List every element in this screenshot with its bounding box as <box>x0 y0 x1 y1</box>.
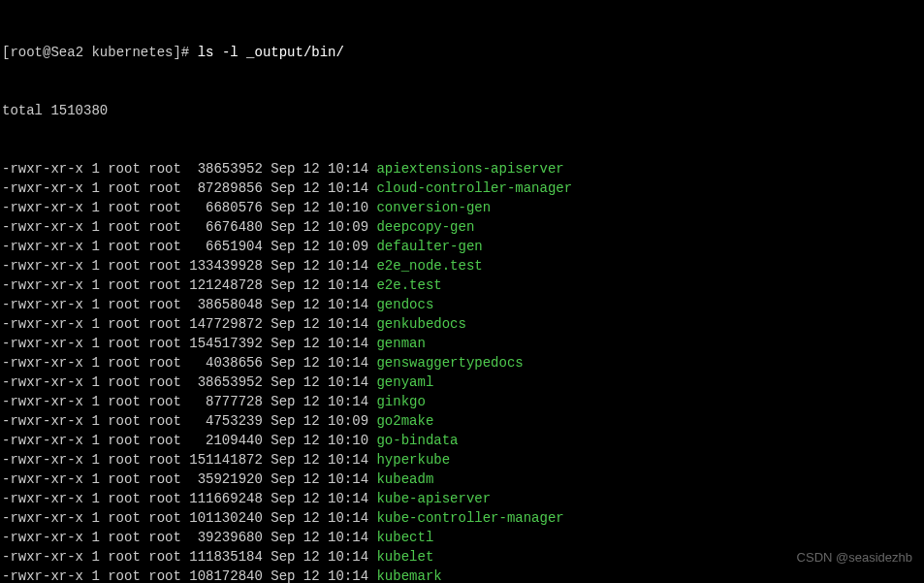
file-meta: -rwxr-xr-x 1 root root 6680576 Sep 12 10… <box>2 200 376 215</box>
terminal-output[interactable]: [root@Sea2 kubernetes]# ls -l _output/bi… <box>2 4 922 583</box>
file-meta: -rwxr-xr-x 1 root root 121248728 Sep 12 … <box>2 277 376 293</box>
file-meta: -rwxr-xr-x 1 root root 2109440 Sep 12 10… <box>2 433 376 448</box>
file-name: e2e_node.test <box>376 258 482 274</box>
command-line: [root@Sea2 kubernetes]# ls -l _output/bi… <box>2 43 922 62</box>
file-meta: -rwxr-xr-x 1 root root 38653952 Sep 12 1… <box>2 161 376 177</box>
file-row: -rwxr-xr-x 1 root root 39239680 Sep 12 1… <box>2 528 922 547</box>
file-row: -rwxr-xr-x 1 root root 8777728 Sep 12 10… <box>2 392 922 411</box>
file-row: -rwxr-xr-x 1 root root 2109440 Sep 12 10… <box>2 431 922 450</box>
file-row: -rwxr-xr-x 1 root root 133439928 Sep 12 … <box>2 256 922 275</box>
file-name: kube-apiserver <box>376 491 491 506</box>
file-row: -rwxr-xr-x 1 root root 121248728 Sep 12 … <box>2 275 922 295</box>
file-meta: -rwxr-xr-x 1 root root 6676480 Sep 12 10… <box>2 219 376 235</box>
file-name: kube-controller-manager <box>376 510 563 526</box>
file-row: -rwxr-xr-x 1 root root 154517392 Sep 12 … <box>2 334 922 353</box>
file-meta: -rwxr-xr-x 1 root root 108172840 Sep 12 … <box>2 568 376 583</box>
file-meta: -rwxr-xr-x 1 root root 6651904 Sep 12 10… <box>2 239 376 254</box>
prompt-host: Sea2 <box>50 45 83 60</box>
file-row: -rwxr-xr-x 1 root root 101130240 Sep 12 … <box>2 508 922 528</box>
watermark: CSDN @seasidezhb <box>797 549 912 567</box>
file-meta: -rwxr-xr-x 1 root root 151141872 Sep 12 … <box>2 452 376 468</box>
file-row: -rwxr-xr-x 1 root root 38653952 Sep 12 1… <box>2 372 922 392</box>
file-name: deepcopy-gen <box>376 219 474 235</box>
file-meta: -rwxr-xr-x 1 root root 4038656 Sep 12 10… <box>2 355 376 371</box>
file-name: conversion-gen <box>376 200 491 215</box>
file-row: -rwxr-xr-x 1 root root 108172840 Sep 12 … <box>2 567 922 583</box>
file-name: cloud-controller-manager <box>376 180 572 196</box>
file-row: -rwxr-xr-x 1 root root 111835184 Sep 12 … <box>2 547 922 567</box>
file-row: -rwxr-xr-x 1 root root 38653952 Sep 12 1… <box>2 159 922 178</box>
file-name: e2e.test <box>376 277 441 293</box>
file-row: -rwxr-xr-x 1 root root 147729872 Sep 12 … <box>2 314 922 334</box>
file-meta: -rwxr-xr-x 1 root root 38658048 Sep 12 1… <box>2 297 376 312</box>
file-meta: -rwxr-xr-x 1 root root 39239680 Sep 12 1… <box>2 530 376 545</box>
file-meta: -rwxr-xr-x 1 root root 101130240 Sep 12 … <box>2 510 376 526</box>
file-meta: -rwxr-xr-x 1 root root 111669248 Sep 12 … <box>2 491 376 506</box>
file-row: -rwxr-xr-x 1 root root 87289856 Sep 12 1… <box>2 178 922 198</box>
file-meta: -rwxr-xr-x 1 root root 154517392 Sep 12 … <box>2 336 376 351</box>
file-row: -rwxr-xr-x 1 root root 4753239 Sep 12 10… <box>2 411 922 431</box>
file-name: genman <box>376 336 425 351</box>
file-meta: -rwxr-xr-x 1 root root 38653952 Sep 12 1… <box>2 374 376 390</box>
file-name: kubeadm <box>376 471 433 487</box>
file-row: -rwxr-xr-x 1 root root 6651904 Sep 12 10… <box>2 237 922 256</box>
file-name: go-bindata <box>376 433 458 448</box>
file-row: -rwxr-xr-x 1 root root 38658048 Sep 12 1… <box>2 295 922 314</box>
total-line: total 1510380 <box>2 101 922 120</box>
file-name: gendocs <box>376 297 433 312</box>
file-name: kubelet <box>376 549 433 565</box>
file-row: -rwxr-xr-x 1 root root 6680576 Sep 12 10… <box>2 198 922 217</box>
file-meta: -rwxr-xr-x 1 root root 4753239 Sep 12 10… <box>2 413 376 429</box>
file-name: apiextensions-apiserver <box>376 161 563 177</box>
file-row: -rwxr-xr-x 1 root root 4038656 Sep 12 10… <box>2 353 922 372</box>
file-meta: -rwxr-xr-x 1 root root 147729872 Sep 12 … <box>2 316 376 332</box>
file-name: ginkgo <box>376 394 425 409</box>
prompt-dir: kubernetes <box>91 45 173 60</box>
file-name: kubectl <box>376 530 433 545</box>
file-meta: -rwxr-xr-x 1 root root 8777728 Sep 12 10… <box>2 394 376 409</box>
file-meta: -rwxr-xr-x 1 root root 133439928 Sep 12 … <box>2 258 376 274</box>
prompt-user: root <box>10 45 43 60</box>
file-row: -rwxr-xr-x 1 root root 6676480 Sep 12 10… <box>2 217 922 237</box>
file-name: kubemark <box>376 568 441 583</box>
file-meta: -rwxr-xr-x 1 root root 35921920 Sep 12 1… <box>2 471 376 487</box>
file-row: -rwxr-xr-x 1 root root 35921920 Sep 12 1… <box>2 470 922 489</box>
file-meta: -rwxr-xr-x 1 root root 87289856 Sep 12 1… <box>2 180 376 196</box>
file-name: go2make <box>376 413 433 429</box>
file-row: -rwxr-xr-x 1 root root 111669248 Sep 12 … <box>2 489 922 508</box>
file-name: genkubedocs <box>376 316 465 332</box>
file-name: genswaggertypedocs <box>376 355 523 371</box>
file-name: genyaml <box>376 374 433 390</box>
file-row: -rwxr-xr-x 1 root root 151141872 Sep 12 … <box>2 450 922 470</box>
file-meta: -rwxr-xr-x 1 root root 111835184 Sep 12 … <box>2 549 376 565</box>
file-name: defaulter-gen <box>376 239 482 254</box>
command-text: ls -l _output/bin/ <box>198 45 344 60</box>
file-name: hyperkube <box>376 452 450 468</box>
